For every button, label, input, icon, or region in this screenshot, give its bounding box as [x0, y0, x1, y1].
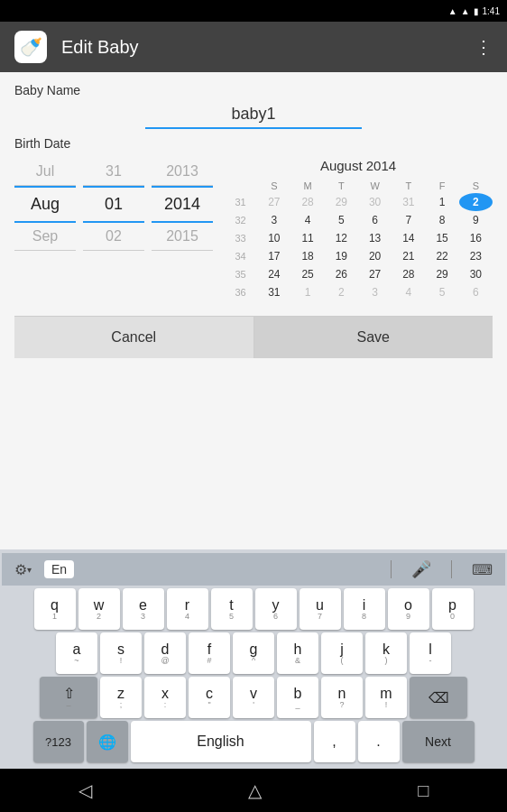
day-picker-column[interactable]: 31 01 02 — [83, 158, 144, 251]
key-r[interactable]: r4 — [167, 588, 208, 630]
picker-item-2013[interactable]: 2013 — [152, 158, 213, 186]
calendar-day[interactable]: 3 — [257, 211, 290, 229]
key-h[interactable]: h& — [277, 632, 318, 674]
calendar-day[interactable]: 13 — [358, 229, 392, 247]
key-t[interactable]: t5 — [211, 588, 253, 630]
next-key[interactable]: Next — [402, 721, 475, 762]
calendar-day[interactable]: 6 — [358, 211, 392, 229]
picker-item-31[interactable]: 31 — [83, 158, 144, 186]
calendar-day[interactable]: 19 — [325, 247, 358, 265]
key-a[interactable]: a~ — [56, 632, 97, 674]
calendar-day[interactable]: 31 — [392, 193, 425, 211]
picker-item-jul[interactable]: Jul — [14, 158, 76, 186]
calendar-day[interactable]: 30 — [358, 193, 392, 211]
calendar-day[interactable]: 6 — [459, 283, 493, 301]
keyboard-settings-button[interactable]: ⚙ ▾ — [9, 559, 37, 580]
microphone-button[interactable]: 🎤 — [406, 558, 437, 581]
cancel-button[interactable]: Cancel — [14, 317, 254, 358]
comma-key[interactable]: , — [314, 721, 355, 762]
key-q[interactable]: q1 — [34, 588, 76, 630]
calendar-day[interactable]: 29 — [325, 193, 358, 211]
home-button[interactable]: △ — [226, 772, 283, 808]
key-g[interactable]: g^ — [233, 632, 274, 674]
calendar-day[interactable]: 12 — [325, 229, 358, 247]
key-v[interactable]: v' — [233, 677, 274, 718]
baby-name-input[interactable] — [145, 101, 362, 129]
calendar-day[interactable]: 7 — [392, 211, 425, 229]
date-scroll-picker[interactable]: Jul Aug Sep 31 01 02 2013 2014 2015 — [14, 158, 213, 251]
calendar-day[interactable]: 5 — [325, 211, 358, 229]
calendar-day[interactable]: 17 — [257, 247, 290, 265]
picker-item-2014-selected[interactable]: 2014 — [152, 186, 213, 223]
calendar-day[interactable]: 22 — [426, 247, 459, 265]
key-j[interactable]: j( — [321, 632, 363, 674]
key-i[interactable]: i8 — [344, 588, 385, 630]
back-button[interactable]: ◁ — [57, 772, 114, 808]
calendar-day[interactable]: 11 — [291, 229, 325, 247]
key-s[interactable]: s! — [100, 632, 142, 674]
calendar-day[interactable]: 24 — [257, 265, 290, 283]
num-sym-key[interactable]: ?123 — [33, 721, 84, 762]
year-picker-column[interactable]: 2013 2014 2015 — [152, 158, 213, 251]
calendar-day[interactable]: 14 — [392, 229, 425, 247]
calendar-day-selected[interactable]: 2 — [459, 193, 493, 211]
recents-button[interactable]: □ — [396, 773, 450, 808]
calendar-day[interactable]: 3 — [358, 283, 392, 301]
save-button[interactable]: Save — [254, 317, 493, 358]
picker-item-01-selected[interactable]: 01 — [83, 186, 144, 223]
calendar-day[interactable]: 21 — [392, 247, 425, 265]
key-p[interactable]: p0 — [432, 588, 474, 630]
keyboard-language-indicator[interactable]: En — [44, 560, 74, 578]
globe-key[interactable]: 🌐 — [87, 721, 128, 762]
key-e[interactable]: e3 — [123, 588, 164, 630]
calendar-day[interactable]: 2 — [325, 283, 358, 301]
calendar-day[interactable]: 10 — [257, 229, 290, 247]
key-b[interactable]: b_ — [277, 677, 318, 718]
key-w[interactable]: w2 — [78, 588, 120, 630]
calendar-day[interactable]: 25 — [291, 265, 325, 283]
calendar-day[interactable]: 9 — [459, 211, 493, 229]
calendar-day[interactable]: 4 — [392, 283, 425, 301]
calendar-day[interactable]: 23 — [459, 247, 493, 265]
calendar-day[interactable]: 16 — [459, 229, 493, 247]
calendar-day[interactable]: 1 — [426, 193, 459, 211]
month-picker-column[interactable]: Jul Aug Sep — [14, 158, 76, 251]
calendar-day[interactable]: 31 — [257, 283, 290, 301]
backspace-key[interactable]: ⌫ — [410, 677, 467, 718]
picker-item-sep[interactable]: Sep — [14, 223, 76, 251]
key-y[interactable]: y6 — [255, 588, 297, 630]
key-m[interactable]: m! — [365, 677, 407, 718]
calendar-day[interactable]: 8 — [426, 211, 459, 229]
key-k[interactable]: k) — [365, 632, 407, 674]
calendar-day[interactable]: 30 — [459, 265, 493, 283]
calendar-day[interactable]: 26 — [325, 265, 358, 283]
calendar-day[interactable]: 27 — [257, 193, 290, 211]
calendar-day[interactable]: 18 — [291, 247, 325, 265]
calendar-day[interactable]: 28 — [291, 193, 325, 211]
key-z[interactable]: z; — [100, 677, 142, 718]
key-x[interactable]: x: — [144, 677, 186, 718]
key-o[interactable]: o9 — [388, 588, 429, 630]
calendar-day[interactable]: 29 — [426, 265, 459, 283]
key-d[interactable]: d@ — [144, 632, 186, 674]
picker-item-02[interactable]: 02 — [83, 223, 144, 251]
key-l[interactable]: l- — [410, 632, 451, 674]
overflow-menu-button[interactable]: ⋮ — [475, 36, 493, 58]
period-key[interactable]: . — [358, 721, 400, 762]
picker-item-aug-selected[interactable]: Aug — [14, 186, 76, 223]
key-f[interactable]: f# — [189, 632, 230, 674]
calendar-day[interactable]: 1 — [291, 283, 325, 301]
calendar-day[interactable]: 28 — [392, 265, 425, 283]
key-u[interactable]: u7 — [300, 588, 341, 630]
calendar-day[interactable]: 27 — [358, 265, 392, 283]
keyboard-hide-button[interactable]: ⌨ — [466, 559, 498, 580]
spacebar-key[interactable]: English — [131, 721, 311, 762]
key-c[interactable]: c" — [189, 677, 230, 718]
shift-key[interactable]: ⇧ – — [40, 677, 97, 718]
picker-item-2015[interactable]: 2015 — [152, 223, 213, 251]
calendar-day[interactable]: 5 — [426, 283, 459, 301]
calendar-day[interactable]: 20 — [358, 247, 392, 265]
calendar-day[interactable]: 4 — [291, 211, 325, 229]
calendar-day[interactable]: 15 — [426, 229, 459, 247]
key-n[interactable]: n? — [321, 677, 363, 718]
